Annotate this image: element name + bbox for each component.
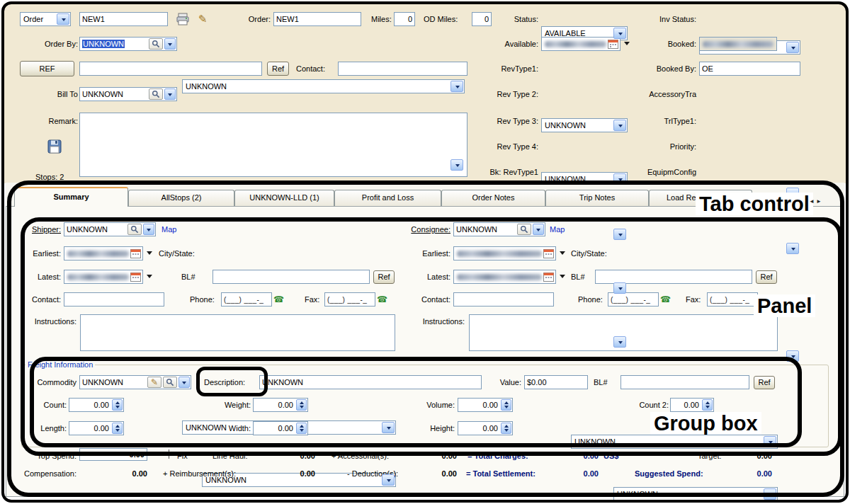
phone-dial-icon[interactable]: ☎ [759,292,770,307]
equipconfig-label: EquipmConfig [622,166,696,178]
height-stepper[interactable]: 0.00 [458,421,513,435]
chevron-down-icon[interactable] [143,224,154,235]
tab-allstops[interactable]: AllStops (2) [128,190,234,206]
order-number-input[interactable]: NEW1 [79,12,168,26]
shipper-phone-input[interactable]: (___) ___-_ [221,292,272,307]
consignee-search-button[interactable] [517,224,531,235]
tab-summary[interactable]: Summary [14,187,128,207]
shipper-map-link[interactable]: Map [162,224,176,235]
contact-input[interactable] [338,62,468,76]
calendar-icon[interactable] [543,272,554,282]
stepper-buttons[interactable] [501,399,511,411]
shipper-latest-date[interactable] [64,270,143,284]
shipper-search-button[interactable] [128,224,142,235]
ref-small-button[interactable]: Ref [267,62,289,76]
consignee-label[interactable]: Consignee: [394,224,450,235]
consignee-lookup[interactable]: UNKNOWN [453,222,545,236]
calendar-icon[interactable] [543,248,554,258]
commodity-lookup[interactable]: UNKNOWN ✎ [79,375,191,389]
edit-order-button[interactable]: ✎ [194,11,211,27]
shipper-instructions-textarea[interactable] [80,314,395,351]
revtype1-select[interactable]: UNKNOWN [541,118,628,132]
consignee-city-select[interactable]: UNKNOWN [613,487,778,501]
volume-stepper[interactable]: 0.00 [458,398,513,412]
order-type-select[interactable]: Order [20,12,71,26]
tab-load-requirements[interactable]: Load Requirements [649,190,752,206]
commodity-edit-button[interactable]: ✎ [147,377,162,388]
stepper-buttons[interactable] [501,423,511,434]
shipper-earliest-date[interactable] [64,246,143,260]
phone-dial-icon[interactable]: ☎ [377,292,387,307]
count2-stepper[interactable]: 0.00 [670,398,714,412]
order-value-input[interactable]: NEW1 [273,12,361,26]
freight-bl-input[interactable] [620,375,749,389]
consignee-code: UNKNOWN [454,223,516,236]
stepper-buttons[interactable] [296,423,307,434]
tab-order-notes[interactable]: Order Notes [441,190,545,206]
save-remark-button[interactable] [45,137,64,156]
copy-order-button[interactable] [174,11,191,27]
top-spend-field[interactable]: 0.00 [79,448,147,461]
shipper-ref-button[interactable]: Ref [373,270,395,284]
chevron-down-icon[interactable] [178,377,190,388]
width-stepper[interactable]: 0.00 [253,421,308,435]
count-stepper[interactable]: 0.00 [69,398,124,412]
shipper-lookup[interactable]: UNKNOWN [64,222,156,236]
shipper-label[interactable]: Shipper: [13,224,61,235]
total-settlement-value: 0.00 [563,468,599,479]
chevron-down-icon[interactable] [533,224,544,235]
remark-textarea[interactable] [79,113,468,177]
stepper-buttons[interactable] [702,399,713,411]
available-date-field[interactable] [541,37,620,51]
chevron-down-icon[interactable] [164,38,176,50]
date-dropdown-arrow[interactable] [560,251,565,258]
consignee-map-link[interactable]: Map [550,224,565,235]
tab-profit-and-loss[interactable]: Profit and Loss [334,190,441,206]
consignee-contact-input[interactable] [453,292,554,307]
volume-value: 0.00 [458,399,500,411]
consignee-earliest-date[interactable] [453,246,556,260]
miles-field[interactable]: 0 [394,12,415,26]
tab-trip-notes[interactable]: Trip Notes [545,190,649,206]
calendar-icon[interactable] [130,248,141,258]
freight-ref-button[interactable]: Ref [754,376,775,389]
reference-input[interactable] [79,62,262,76]
chevron-down-icon[interactable] [164,88,176,100]
phone-dial-icon[interactable]: ☎ [660,292,671,307]
fix-label[interactable]: Fix [177,450,188,462]
booked-by-field[interactable]: OE [699,62,800,76]
shipper-fax-input[interactable]: (___) ___-_ [324,292,375,307]
date-dropdown-arrow[interactable] [147,251,152,258]
date-dropdown-arrow[interactable] [560,275,565,281]
commodity-code: UNKNOWN [80,376,147,389]
consignee-ref-button[interactable]: Ref [756,270,777,284]
bill-to-search-button[interactable] [149,88,163,100]
order-by-search-button[interactable] [149,38,163,50]
ref-button[interactable]: REF [20,61,74,76]
bill-to-lookup[interactable]: UNKNOWN [79,87,177,101]
stepper-buttons[interactable] [112,423,123,434]
order-by-lookup[interactable]: UNKNOWN [79,37,177,51]
tab-unknown-lld[interactable]: UNKNOWN-LLD (1) [234,190,334,206]
shipper-bl-input[interactable] [212,270,370,284]
phone-dial-icon[interactable]: ☎ [273,292,284,307]
calendar-icon[interactable] [608,39,618,49]
consignee-phone-input[interactable]: (___) ___-_ [608,292,659,307]
consignee-fax-input[interactable]: (___) ___-_ [707,292,758,307]
length-stepper[interactable]: 0.00 [69,421,124,435]
value-input[interactable]: $0.00 [524,375,588,389]
calendar-icon[interactable] [130,272,141,282]
weight-stepper[interactable]: 0.00 [253,398,308,412]
redacted-value [703,41,774,47]
stepper-buttons[interactable] [112,399,123,411]
consignee-bl-input[interactable] [595,270,752,284]
date-dropdown-arrow[interactable] [147,275,152,281]
stepper-buttons[interactable] [296,399,307,411]
shipper-contact-input[interactable] [64,292,164,307]
tab-scroll-icon[interactable]: ◄► [809,198,823,205]
order-by-code-text: UNKNOWN [80,38,148,50]
consignee-latest-date[interactable] [453,270,556,284]
order-by-name-select[interactable]: UNKNOWN [182,79,465,93]
description-input[interactable]: UNKNOWN [259,375,482,389]
commodity-search-button[interactable] [163,377,177,388]
